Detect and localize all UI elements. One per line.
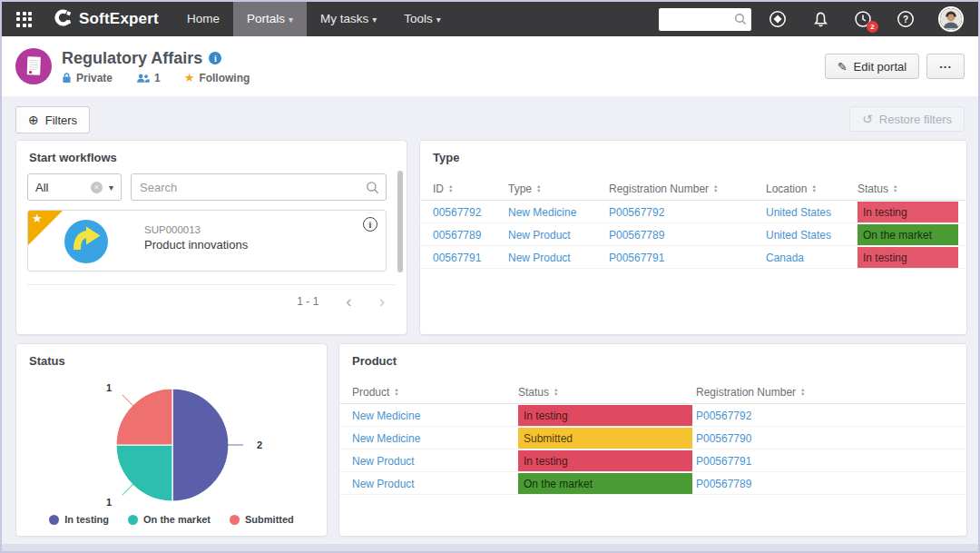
previous-page-icon[interactable]: ‹	[346, 292, 351, 310]
sort-icon: ▲▼	[811, 184, 816, 193]
portal-page: SoftExpert Home Portals▾ My tasks▾ Tools…	[0, 0, 980, 553]
cell-id[interactable]: 00567791	[433, 252, 508, 264]
quick-access-icon[interactable]	[768, 9, 788, 29]
plus-circle-icon: ⊕	[28, 113, 39, 127]
softexpert-logo[interactable]: SoftExpert	[54, 8, 159, 31]
column-header-product[interactable]: Product▲▼	[352, 386, 518, 399]
apps-grid-icon[interactable]	[16, 12, 32, 27]
cell-registration-number[interactable]: P00567792	[609, 206, 766, 219]
clear-icon[interactable]: ×	[91, 182, 103, 193]
status-badge: In testing	[858, 202, 958, 222]
portal-header: Regulatory Affairs i Private 1 ★ Followi…	[2, 36, 978, 96]
portal-document-icon	[15, 48, 52, 84]
nav-item-tools[interactable]: Tools▾	[390, 2, 455, 36]
column-header-location[interactable]: Location▲▼	[766, 183, 858, 195]
edit-portal-button[interactable]: ✎ Edit portal	[825, 54, 919, 79]
chevron-down-icon: ▾	[109, 183, 113, 193]
panel-title: Status	[16, 344, 327, 368]
help-icon[interactable]: ?	[896, 9, 916, 29]
cell-registration-number[interactable]: P00567789	[696, 478, 954, 490]
type-panel: Type ID▲▼ Type▲▼ Registration Number▲▼ L…	[419, 140, 967, 335]
pagination: 1 - 1 ‹ ›	[16, 285, 407, 310]
cell-registration-number[interactable]: P00567791	[696, 455, 954, 468]
table-row: 00567791 New Product P00567791 Canada In…	[420, 246, 966, 269]
legend-label: Submitted	[245, 514, 294, 525]
members-count[interactable]: 1	[136, 72, 161, 84]
cell-product[interactable]: New Medicine	[352, 410, 518, 422]
column-header-type[interactable]: Type▲▼	[508, 183, 609, 195]
notifications-bell-icon[interactable]	[810, 9, 830, 29]
cell-type[interactable]: New Product	[508, 229, 609, 242]
cell-product[interactable]: New Product	[352, 455, 518, 468]
column-header-registration-number[interactable]: Registration Number▲▼	[696, 386, 954, 399]
restore-filters-button[interactable]: ↺ Restore filters	[849, 106, 965, 132]
legend-item: On the market	[128, 514, 211, 525]
user-avatar[interactable]	[938, 6, 964, 32]
search-icon	[733, 12, 748, 30]
status-badge: On the market	[518, 473, 692, 494]
tasks-count-badge: 2	[867, 21, 878, 33]
star-icon: ★	[32, 212, 43, 225]
workflow-card[interactable]: ★ SUP000013 Product innovations i	[27, 210, 387, 272]
cell-registration-number[interactable]: P00567790	[696, 432, 954, 445]
start-workflows-panel: Start workflows All × ▾ ★	[15, 140, 407, 335]
cell-location[interactable]: United States	[766, 229, 858, 242]
ellipsis-icon: ...	[939, 57, 952, 71]
softexpert-gear-icon	[54, 8, 73, 31]
filters-button[interactable]: ⊕ Filters	[15, 106, 90, 133]
legend-dot-icon	[128, 515, 138, 525]
more-options-button[interactable]: ...	[926, 54, 965, 79]
legend-dot-icon	[49, 515, 59, 525]
legend-dot-icon	[230, 515, 240, 525]
column-header-id[interactable]: ID▲▼	[433, 183, 508, 195]
cell-id[interactable]: 00567792	[433, 206, 508, 219]
cell-product[interactable]: New Medicine	[352, 432, 518, 445]
cell-id[interactable]: 00567789	[433, 229, 508, 242]
pagination-label: 1 - 1	[297, 295, 318, 308]
workflow-name: Product innovations	[144, 238, 248, 252]
column-header-registration-number[interactable]: Registration Number▲▼	[609, 183, 766, 195]
search-icon	[365, 180, 380, 199]
cell-location[interactable]: United States	[766, 206, 858, 219]
status-badge: On the market	[858, 224, 958, 245]
panel-scrollbar[interactable]	[397, 171, 403, 272]
product-table-header: Product▲▼ Status▲▼ Registration Number▲▼	[339, 380, 966, 404]
table-row: New Medicine Submitted P00567790	[339, 427, 966, 449]
cell-type[interactable]: New Medicine	[508, 206, 609, 219]
chevron-down-icon: ▾	[372, 15, 377, 25]
cell-location[interactable]: Canada	[766, 252, 858, 264]
column-header-status[interactable]: Status▲▼	[858, 183, 958, 195]
global-search	[659, 8, 751, 31]
cell-registration-number[interactable]: P00567789	[609, 229, 766, 242]
panel-title: Start workflows	[16, 141, 407, 164]
nav-item-my-tasks[interactable]: My tasks▾	[307, 2, 390, 36]
cell-product[interactable]: New Product	[352, 478, 518, 490]
workflow-search-input[interactable]	[131, 173, 387, 201]
portal-info-icon[interactable]: i	[209, 52, 221, 64]
workflow-id: SUP000013	[144, 224, 248, 235]
status-badge: In testing	[858, 247, 958, 268]
cell-registration-number[interactable]: P00567792	[696, 410, 954, 422]
status-panel: Status 211 In testingOn the marketSubmit…	[15, 343, 328, 537]
dropdown-value: All	[35, 181, 48, 194]
status-pie-chart: 211	[16, 368, 328, 515]
pie-callout-line	[122, 484, 133, 495]
workflow-filter-dropdown[interactable]: All × ▾	[27, 173, 122, 201]
status-badge: Submitted	[518, 428, 692, 449]
table-row: New Medicine In testing P00567792	[339, 404, 966, 427]
sort-icon: ▲▼	[800, 388, 805, 396]
legend-label: In testing	[64, 514, 109, 525]
following-toggle[interactable]: ★ Following	[184, 72, 250, 84]
nav-item-home[interactable]: Home	[173, 2, 233, 36]
cell-registration-number[interactable]: P00567791	[609, 252, 766, 264]
pending-tasks-clock-icon[interactable]: 2	[853, 9, 873, 29]
info-icon[interactable]: i	[363, 217, 377, 232]
cell-type[interactable]: New Product	[508, 252, 609, 264]
chevron-down-icon: ▾	[289, 15, 293, 25]
sort-icon: ▲▼	[448, 184, 453, 193]
nav-item-portals[interactable]: Portals▾	[233, 2, 307, 36]
next-page-icon[interactable]: ›	[379, 292, 385, 310]
chart-legend: In testingOn the marketSubmitted	[16, 514, 327, 525]
column-header-status[interactable]: Status▲▼	[518, 386, 696, 399]
panel-title: Product	[339, 344, 966, 368]
